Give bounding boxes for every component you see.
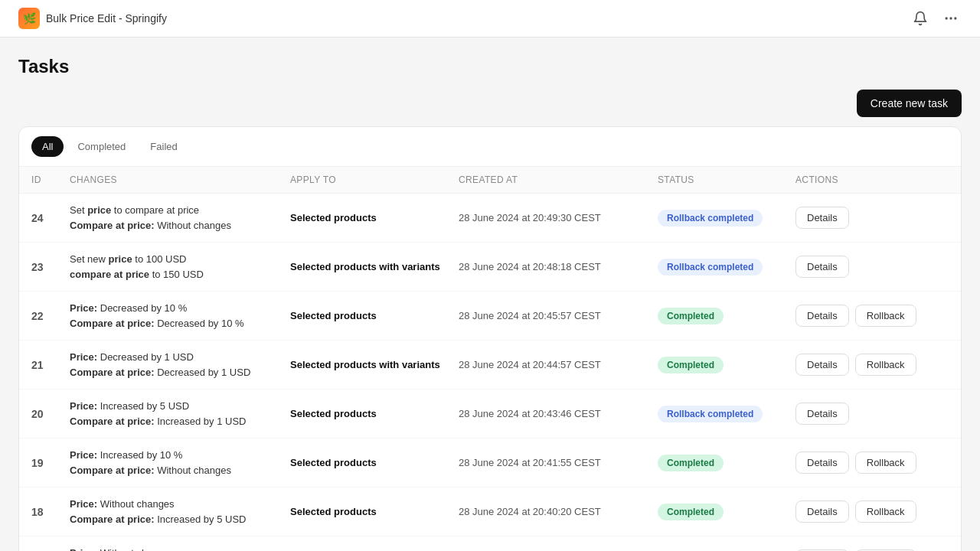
row-status: Completed <box>658 357 795 373</box>
row-id: 24 <box>31 212 70 224</box>
table-row: 22Price: Decreased by 10 %Compare at pri… <box>19 292 961 341</box>
row-created-at: 28 June 2024 at 20:45:57 CEST <box>459 310 658 321</box>
more-horizontal-icon <box>943 11 959 26</box>
details-button[interactable]: Details <box>795 500 849 523</box>
rollback-button[interactable]: Rollback <box>855 354 916 376</box>
row-changes: Set price to compare at priceCompare at … <box>70 203 290 233</box>
row-status: Completed <box>658 455 795 471</box>
rollback-button[interactable]: Rollback <box>855 305 916 327</box>
notification-button[interactable] <box>910 8 931 29</box>
col-status: status <box>658 174 795 185</box>
page-header: Tasks <box>0 37 980 90</box>
rollback-button[interactable]: Rollback <box>855 500 916 523</box>
svg-point-1 <box>950 18 952 19</box>
change-line-2: Compare at price: Increased by 5 USD <box>70 512 290 527</box>
details-button[interactable]: Details <box>795 207 849 229</box>
row-id: 22 <box>31 310 70 322</box>
table-row: 18Price: Without changesCompare at price… <box>19 487 961 536</box>
app-title: Bulk Price Edit - Springify <box>46 12 167 24</box>
table-row: 21Price: Decreased by 1 USDCompare at pr… <box>19 341 961 390</box>
row-changes: Price: Without changesCompare at price: … <box>70 546 290 551</box>
change-line-2: Compare at price: Increased by 1 USD <box>70 414 290 429</box>
table-row: 20Price: Increased by 5 USDCompare at pr… <box>19 390 961 439</box>
row-created-at: 28 June 2024 at 20:43:46 CEST <box>459 408 658 419</box>
col-actions: actions <box>795 174 949 185</box>
topbar: 🌿 Bulk Price Edit - Springify <box>0 0 980 37</box>
app-icon-emoji: 🌿 <box>23 12 36 24</box>
topbar-left: 🌿 Bulk Price Edit - Springify <box>18 8 167 29</box>
row-status: Completed <box>658 504 795 520</box>
status-badge: Rollback completed <box>658 210 763 227</box>
row-changes: Price: Decreased by 10 %Compare at price… <box>70 301 290 331</box>
row-id: 20 <box>31 408 70 420</box>
col-changes: Changes <box>70 174 290 185</box>
table-body: 24Set price to compare at priceCompare a… <box>19 194 961 551</box>
change-line-1: Set new price to 100 USD <box>70 252 290 267</box>
row-changes: Set new price to 100 USDcompare at price… <box>70 252 290 282</box>
row-id: 23 <box>31 261 70 273</box>
table-header: Id Changes Apply to created at status ac… <box>19 167 961 194</box>
status-badge: Completed <box>658 504 724 520</box>
rollback-button[interactable]: Rollback <box>855 452 916 474</box>
details-button[interactable]: Details <box>795 305 849 327</box>
change-line-1: Price: Increased by 5 USD <box>70 399 290 414</box>
col-apply-to: Apply to <box>290 174 459 185</box>
row-changes: Price: Without changesCompare at price: … <box>70 497 290 527</box>
table-row: 17Price: Without changesCompare at price… <box>19 536 961 551</box>
change-line-1: Price: Decreased by 10 % <box>70 301 290 316</box>
bell-icon <box>913 11 928 26</box>
details-button[interactable]: Details <box>795 403 849 425</box>
status-badge: Completed <box>658 357 724 373</box>
row-id: 19 <box>31 457 70 469</box>
row-actions: DetailsRollback <box>795 354 949 376</box>
tasks-table-card: All Completed Failed Id Changes Apply to… <box>18 126 962 551</box>
change-line-2: compare at price to 150 USD <box>70 267 290 282</box>
svg-point-0 <box>946 18 947 19</box>
row-created-at: 28 June 2024 at 20:44:57 CEST <box>459 359 658 370</box>
create-btn-row: Create new task <box>18 90 962 117</box>
table-row: 23Set new price to 100 USDcompare at pri… <box>19 243 961 292</box>
change-line-1: Price: Without changes <box>70 546 290 551</box>
row-created-at: 28 June 2024 at 20:40:20 CEST <box>459 506 658 517</box>
row-created-at: 28 June 2024 at 20:49:30 CEST <box>459 212 658 223</box>
change-line-1: Price: Without changes <box>70 497 290 512</box>
row-actions: Details <box>795 256 949 278</box>
row-status: Completed <box>658 308 795 324</box>
row-actions: Details <box>795 403 949 425</box>
row-id: 18 <box>31 506 70 518</box>
content-area: Create new task All Completed Failed Id … <box>0 90 980 551</box>
tab-failed[interactable]: Failed <box>139 136 188 157</box>
create-new-task-button[interactable]: Create new task <box>857 90 962 117</box>
details-button[interactable]: Details <box>795 354 849 376</box>
row-status: Rollback completed <box>658 210 795 227</box>
row-apply-to: Selected products <box>290 457 459 468</box>
change-line-2: Compare at price: Decreased by 1 USD <box>70 365 290 380</box>
filter-tabs: All Completed Failed <box>19 127 961 167</box>
svg-point-2 <box>955 18 956 19</box>
status-badge: Rollback completed <box>658 406 763 422</box>
row-actions: DetailsRollback <box>795 500 949 523</box>
details-button[interactable]: Details <box>795 452 849 474</box>
row-id: 21 <box>31 359 70 371</box>
row-changes: Price: Decreased by 1 USDCompare at pric… <box>70 350 290 380</box>
change-line-1: Set price to compare at price <box>70 203 290 218</box>
row-actions: DetailsRollback <box>795 305 949 327</box>
status-badge: Completed <box>658 455 724 471</box>
row-apply-to: Selected products <box>290 212 459 223</box>
row-apply-to: Selected products <box>290 310 459 321</box>
row-created-at: 28 June 2024 at 20:41:55 CEST <box>459 457 658 468</box>
more-options-button[interactable] <box>940 8 962 29</box>
change-line-2: Compare at price: Without changes <box>70 218 290 233</box>
row-apply-to: Selected products with variants <box>290 261 459 272</box>
tab-completed[interactable]: Completed <box>67 136 136 157</box>
col-id: Id <box>31 174 70 185</box>
row-actions: Details <box>795 207 949 229</box>
row-actions: DetailsRollback <box>795 452 949 474</box>
details-button[interactable]: Details <box>795 256 849 278</box>
status-badge: Rollback completed <box>658 259 763 276</box>
tab-all[interactable]: All <box>31 136 64 157</box>
row-status: Rollback completed <box>658 406 795 422</box>
row-apply-to: Selected products <box>290 506 459 517</box>
col-created-at: created at <box>459 174 658 185</box>
topbar-right <box>910 8 962 29</box>
